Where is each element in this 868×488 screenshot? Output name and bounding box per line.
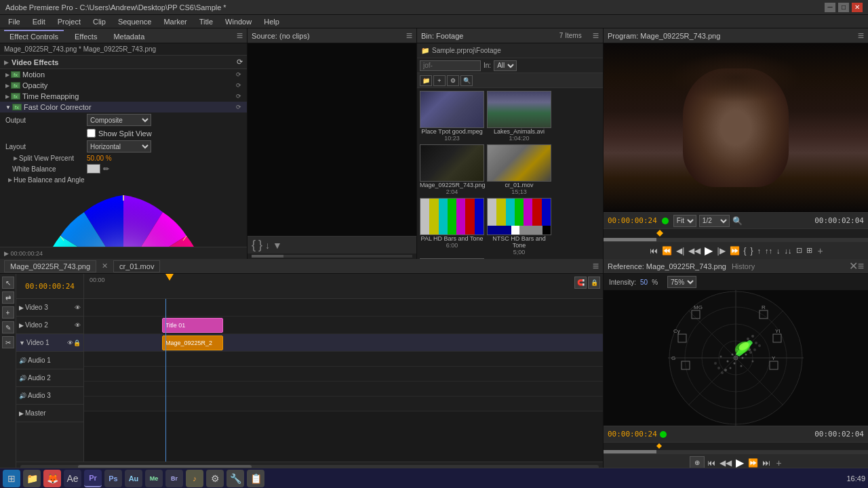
taskbar-misc3[interactable]: 📋 bbox=[247, 470, 264, 487]
color-wheel-svg[interactable] bbox=[39, 190, 208, 247]
clip-mage-video[interactable]: Mage_09225R_2 bbox=[162, 336, 223, 350]
program-play[interactable]: ▶ bbox=[703, 244, 714, 257]
taskbar-bridge[interactable]: Br bbox=[165, 470, 183, 487]
fcc-expand[interactable]: ▼ bbox=[5, 104, 11, 110]
program-more[interactable]: + bbox=[818, 245, 823, 256]
program-fit-select[interactable]: Fit bbox=[673, 215, 696, 227]
timeline-tab-close[interactable]: ✕ bbox=[99, 260, 111, 272]
menu-help[interactable]: Help bbox=[258, 16, 285, 27]
tl-tool-select[interactable]: ↖ bbox=[2, 277, 14, 289]
bin-find[interactable]: 🔍 bbox=[460, 75, 473, 86]
reset-icon[interactable]: ⟳ bbox=[237, 58, 243, 66]
taskbar-explorer[interactable]: 📁 bbox=[23, 470, 41, 487]
program-extract[interactable]: ↑↑ bbox=[764, 247, 774, 255]
fx-expand-all[interactable]: ▶ bbox=[4, 59, 9, 66]
fcc-wb-eyedropper[interactable]: ✏ bbox=[103, 165, 109, 174]
tab-metadata[interactable]: Metadata bbox=[108, 30, 150, 42]
a3-mute[interactable]: 🔊 bbox=[19, 392, 26, 399]
program-scrubber[interactable] bbox=[604, 238, 868, 241]
tl-tool-zoom[interactable]: + bbox=[2, 306, 14, 319]
program-step-back-many[interactable]: ⏮ bbox=[648, 246, 659, 256]
bin-item-pal[interactable]: PAL HD Bars and Tone 6:00 bbox=[420, 198, 484, 256]
maximize-button[interactable]: □ bbox=[838, 3, 849, 12]
taskbar-misc2[interactable]: 🔧 bbox=[226, 470, 244, 487]
fcc-hba-expand[interactable]: ▶ bbox=[8, 177, 12, 183]
bin-item-ntsc[interactable]: NTSC HD Bars and Tone 5;00 bbox=[487, 198, 551, 256]
ref-btn-play-rev[interactable]: ◀◀ bbox=[718, 458, 733, 468]
menu-marker[interactable]: Marker bbox=[158, 16, 192, 27]
taskbar-start[interactable]: ⊞ bbox=[3, 470, 20, 487]
fcc-reset[interactable]: ⟳ bbox=[236, 104, 241, 110]
bin-item-tpot[interactable]: Place Tpot good.mpeg 10:23 bbox=[420, 91, 484, 142]
taskbar-fl[interactable]: ♪ bbox=[186, 470, 203, 487]
opacity-reset[interactable]: ⟳ bbox=[236, 82, 241, 89]
ref-scrubber[interactable] bbox=[604, 450, 868, 453]
menu-file[interactable]: File bbox=[3, 16, 26, 27]
snap-btn[interactable]: 🧲 bbox=[574, 277, 587, 289]
clip-title01[interactable]: Title 01 bbox=[162, 318, 223, 333]
tl-tool-ripple[interactable]: ⇄ bbox=[2, 291, 14, 304]
program-ratio-select[interactable]: 1/2 bbox=[699, 215, 730, 227]
lock-btn[interactable]: 🔒 bbox=[588, 277, 600, 289]
taskbar-firefox[interactable]: 🦊 bbox=[43, 470, 61, 487]
effect-time-remapping[interactable]: ▶ fx Time Remapping ⟳ bbox=[0, 91, 247, 102]
taskbar-pr[interactable]: Pr bbox=[84, 470, 102, 487]
a2-mute[interactable]: 🔊 bbox=[19, 375, 26, 382]
program-step-next[interactable]: |▶ bbox=[715, 246, 726, 256]
v3-expand[interactable]: ▶ bbox=[19, 304, 24, 311]
program-mark-in[interactable]: { bbox=[743, 246, 748, 256]
effect-fcc[interactable]: ▼ fx Fast Color Corrector ⟳ bbox=[0, 102, 247, 113]
tab-effect-controls[interactable]: Effect Controls bbox=[4, 30, 64, 42]
tl-tool-razor[interactable]: ✂ bbox=[2, 336, 14, 348]
src-mark-out[interactable]: } bbox=[258, 238, 262, 252]
panel-menu-btn[interactable]: ≡ bbox=[237, 30, 243, 42]
program-zoom-icon[interactable]: 🔍 bbox=[732, 216, 743, 226]
program-play-rev[interactable]: ◀◀ bbox=[687, 246, 702, 256]
program-export[interactable]: ⊞ bbox=[805, 246, 814, 255]
opacity-expand[interactable]: ▶ bbox=[5, 83, 9, 89]
timeline-tab-cr01[interactable]: cr_01.mov bbox=[113, 260, 160, 272]
ref-btn-step-back[interactable]: ⏮ bbox=[706, 458, 717, 468]
tl-tool-pen[interactable]: ✎ bbox=[2, 321, 14, 333]
menu-edit[interactable]: Edit bbox=[27, 16, 51, 27]
v1-expand[interactable]: ▼ bbox=[19, 340, 25, 346]
v2-expand[interactable]: ▶ bbox=[19, 322, 24, 329]
program-lift[interactable]: ↑ bbox=[756, 247, 763, 255]
source-menu[interactable]: ≡ bbox=[406, 30, 412, 42]
menu-window[interactable]: Window bbox=[220, 16, 257, 27]
tr-reset[interactable]: ⟳ bbox=[236, 93, 241, 100]
zoom-select[interactable]: 75% bbox=[667, 276, 696, 288]
program-step-prev[interactable]: ◀| bbox=[675, 246, 686, 256]
effect-motion[interactable]: ▶ fx Motion ⟳ bbox=[0, 69, 247, 80]
program-step-fwd-many[interactable]: ⏩ bbox=[728, 246, 741, 256]
menu-title[interactable]: Title bbox=[194, 16, 218, 27]
bin-automate[interactable]: ⚙ bbox=[447, 75, 459, 86]
taskbar-ae[interactable]: Ae bbox=[64, 470, 81, 487]
source-seekbar[interactable] bbox=[252, 255, 412, 258]
fcc-wb-swatch[interactable] bbox=[87, 164, 100, 174]
src-insert[interactable]: ↓ bbox=[265, 240, 270, 251]
minimize-button[interactable]: ─ bbox=[825, 3, 835, 12]
master-expand[interactable]: ▶ bbox=[19, 410, 24, 417]
ref-close[interactable]: ✕ bbox=[849, 260, 858, 272]
fcc-output-select[interactable]: Composite bbox=[87, 114, 151, 126]
taskbar-ps[interactable]: Ps bbox=[104, 470, 122, 487]
ref-btn-play-fwd[interactable]: ⏩ bbox=[747, 458, 760, 468]
v2-eye[interactable]: 👁 bbox=[75, 322, 81, 329]
program-step-back[interactable]: ⏪ bbox=[660, 246, 673, 256]
bin-item-cr01[interactable]: cr_01.mov 15;13 bbox=[487, 144, 551, 195]
svp-expand[interactable]: ▶ bbox=[14, 155, 18, 161]
bin-search-input[interactable] bbox=[420, 60, 481, 71]
tr-expand[interactable]: ▶ bbox=[5, 94, 9, 100]
bin-item-text[interactable]: TEXT TEXT bbox=[420, 258, 484, 259]
bin-item-lakes[interactable]: Lakes_Animals.avi 1:04:20 bbox=[487, 91, 551, 142]
program-insert[interactable]: ↓ bbox=[775, 247, 782, 255]
menu-sequence[interactable]: Sequence bbox=[113, 16, 157, 27]
bin-item-mage[interactable]: Mage_09225R_743.png 2:04 bbox=[420, 144, 484, 195]
timeline-tab-mage[interactable]: Mage_09225R_743.png bbox=[4, 260, 96, 272]
bin-in-select[interactable]: All bbox=[494, 60, 517, 71]
bin-menu[interactable]: ≡ bbox=[593, 30, 599, 42]
bin-new-bin[interactable]: 📁 bbox=[420, 75, 432, 86]
v3-eye[interactable]: 👁 bbox=[75, 304, 81, 311]
taskbar-misc1[interactable]: ⚙ bbox=[206, 470, 224, 487]
